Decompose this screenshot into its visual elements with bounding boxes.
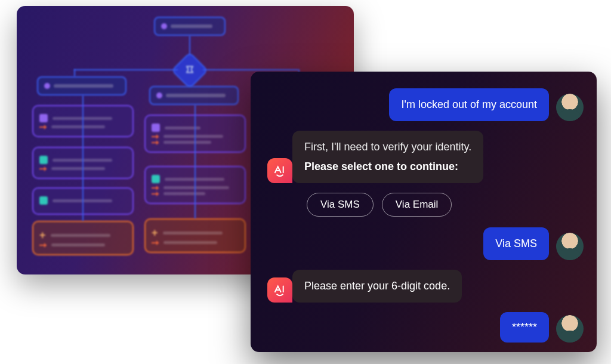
flow-card: + — [32, 221, 134, 255]
user-avatar-icon — [556, 233, 584, 260]
ai-logo-icon — [267, 277, 292, 303]
user-message-text: I'm locked out of my account — [401, 98, 537, 110]
bot-message-line: Please select one to continue: — [304, 159, 471, 175]
user-avatar-icon — [556, 94, 584, 121]
flow-node — [154, 17, 226, 36]
chat-message-bot: Please enter your 6-digit code. — [292, 270, 584, 303]
chat-message-bot: First, I'll need to verify your identity… — [292, 131, 584, 183]
ai-logo-icon — [267, 158, 292, 183]
flow-card — [32, 105, 134, 137]
bot-bubble: Please enter your 6-digit code. — [292, 270, 462, 303]
bot-message-line: First, I'll need to verify your identity… — [304, 139, 471, 155]
chat-message-user: Via SMS — [292, 227, 584, 260]
user-avatar-icon — [556, 315, 584, 343]
flow-card — [144, 115, 246, 153]
user-message-text: ****** — [512, 321, 537, 333]
flow-card — [144, 166, 246, 204]
flow-card: + — [144, 218, 246, 253]
user-message-text: Via SMS — [495, 237, 537, 249]
bot-bubble: First, I'll need to verify your identity… — [292, 131, 483, 183]
flow-card — [32, 187, 134, 215]
verification-options: Via SMS Via Email — [307, 193, 584, 217]
option-sms-button[interactable]: Via SMS — [307, 193, 374, 217]
user-bubble: I'm locked out of my account — [389, 88, 549, 121]
user-bubble: Via SMS — [483, 227, 549, 260]
flow-card — [32, 147, 134, 179]
user-bubble: ****** — [500, 312, 549, 343]
flow-node — [149, 86, 239, 105]
bot-message-text: Please enter your 6-digit code. — [304, 280, 450, 292]
flow-decision-node — [177, 57, 203, 84]
chat-message-user: I'm locked out of my account — [292, 88, 584, 121]
chat-message-user: ****** — [292, 312, 584, 343]
flow-node — [37, 76, 126, 95]
chat-panel: I'm locked out of my account First, I'll… — [251, 72, 597, 352]
option-email-button[interactable]: Via Email — [382, 193, 452, 217]
